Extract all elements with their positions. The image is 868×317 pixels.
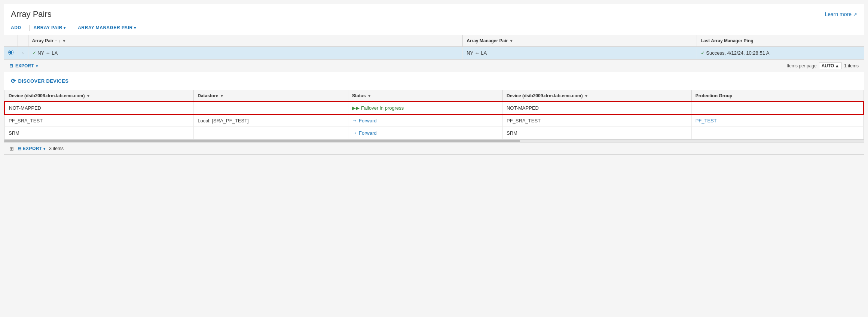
items-per-page-label: Items per page	[787, 63, 817, 68]
forward-icon-2: →	[352, 118, 357, 124]
status-cell-1: ▶▶ Failover in progress	[348, 102, 503, 114]
table-row: PF_SRA_TEST Local: [SRA_PF_TEST] → Forwa…	[5, 114, 863, 127]
datastore-cell-2: Local: [SRA_PF_TEST]	[194, 114, 348, 127]
row-status-icon: ✓	[32, 50, 38, 56]
device-src-cell-1: NOT-MAPPED	[5, 102, 194, 114]
items-per-page-value: AUTO	[822, 63, 834, 68]
protection-group-link-2[interactable]: PF_TEST	[696, 118, 717, 124]
scrollbar-thumb	[4, 140, 520, 142]
array-manager-pair-button[interactable]: ARRAY MANAGER PAIR ▾	[78, 24, 140, 32]
col-select	[4, 35, 18, 47]
add-button[interactable]: ADD	[11, 24, 25, 32]
datastore-cell-1	[194, 102, 348, 114]
main-container: Array Pairs Learn more ↗ ADD ARRAY PAIR …	[4, 4, 864, 155]
devices-items-count: 3 items	[49, 146, 64, 151]
array-pairs-table: Array Pair ↑ ↓ ▼ Array Manager Pair ▼	[4, 35, 864, 60]
forward-icon-3: →	[352, 130, 357, 136]
failover-icon: ▶▶	[352, 105, 360, 111]
learn-more-link[interactable]: Learn more ↗	[825, 11, 857, 17]
row-array-pair-cell: ✓ NY ↔ LA	[28, 47, 463, 60]
export-icon: ⊟	[9, 63, 13, 68]
array-manager-pair-filter-icon[interactable]: ▼	[509, 39, 513, 43]
array-pair-chevron-icon: ▾	[64, 26, 65, 30]
devices-footer: ⊞ ⊟ EXPORT ▾ 3 items	[4, 143, 864, 154]
array-pair-sort-asc-icon[interactable]: ↑	[55, 39, 57, 43]
devices-thead: Device (dsib2006.drm.lab.emc.com) ▼ Data…	[5, 90, 863, 102]
discover-devices-button[interactable]: ⟳ DISCOVER DEVICES	[11, 77, 857, 85]
table-row: SRM → Forward SRM	[5, 127, 863, 139]
col-device-dst: Device (dsib2009.drm.lab.emc.com) ▼	[502, 90, 691, 102]
array-pairs-footer: ⊟ EXPORT ▾ Items per page AUTO ▲ 1 items	[4, 60, 864, 72]
status-value-1: Failover in progress	[361, 105, 404, 111]
toolbar-divider-2	[74, 25, 74, 31]
row-array-pair-value: NY ↔ LA	[37, 50, 58, 56]
devices-export-button[interactable]: ⊟ EXPORT ▾	[18, 146, 45, 151]
toolbar-divider-1	[29, 25, 30, 31]
status-filter-icon[interactable]: ▼	[367, 94, 372, 98]
discover-devices-label: DISCOVER DEVICES	[18, 78, 68, 84]
array-pair-button[interactable]: ARRAY PAIR ▾	[33, 24, 70, 32]
col-device-src: Device (dsib2006.drm.lab.emc.com) ▼	[5, 90, 194, 102]
device-dst-value-1: NOT-MAPPED	[507, 105, 539, 111]
external-link-icon: ↗	[853, 12, 857, 17]
export-chevron-icon: ▾	[36, 64, 38, 68]
array-pair-label: ARRAY PAIR	[33, 25, 62, 30]
devices-tbody: NOT-MAPPED ▶▶ Failover in progress NOT-M…	[5, 102, 863, 139]
status-cell-3: → Forward	[348, 127, 503, 139]
row-radio-input[interactable]	[8, 50, 13, 55]
col-datastore: Datastore ▼	[194, 90, 348, 102]
col-array-manager-pair: Array Manager Pair ▼	[463, 35, 697, 47]
protection-group-cell-1	[691, 102, 863, 114]
device-dst-filter-icon[interactable]: ▼	[584, 94, 588, 98]
col-device-src-label: Device (dsib2006.drm.lab.emc.com)	[9, 93, 85, 98]
col-array-pair: Array Pair ↑ ↓ ▼	[28, 35, 463, 47]
export-label: EXPORT	[15, 63, 34, 68]
export-button[interactable]: ⊟ EXPORT ▾	[9, 63, 38, 68]
discover-devices-section: ⟳ DISCOVER DEVICES	[4, 72, 864, 90]
device-src-filter-icon[interactable]: ▼	[86, 94, 90, 98]
array-pairs-tbody: › ✓ NY ↔ LA NY ↔ LA ✓ Success, 4/12/24, …	[4, 47, 864, 60]
datastore-value-2: Local: [SRA_PF_TEST]	[198, 118, 249, 124]
col-protection-group: Protection Group	[691, 90, 863, 102]
protection-group-cell-2: PF_TEST	[691, 114, 863, 127]
items-per-page-chevron-icon: ▲	[835, 63, 839, 68]
datastore-cell-3	[194, 127, 348, 139]
device-src-cell-3: SRM	[5, 127, 194, 139]
array-pair-filter-icon[interactable]: ▼	[62, 39, 66, 43]
row-array-manager-pair-value: NY ↔ LA	[467, 50, 487, 56]
items-per-page-selector[interactable]: AUTO ▲	[819, 63, 842, 69]
row-last-ping-value: Success, 4/12/24, 10:28:51 A	[706, 50, 769, 56]
device-src-cell-2: PF_SRA_TEST	[5, 114, 194, 127]
pagination-area: Items per page AUTO ▲ 1 items	[787, 63, 859, 69]
array-manager-pair-label: ARRAY MANAGER PAIR	[78, 25, 132, 30]
row-expand-cell: ›	[18, 47, 28, 60]
horizontal-scrollbar[interactable]	[4, 140, 864, 143]
row-radio-cell	[4, 47, 18, 60]
col-device-dst-label: Device (dsib2009.drm.lab.emc.com)	[507, 93, 583, 98]
datastore-filter-icon[interactable]: ▼	[220, 94, 224, 98]
col-array-pair-label: Array Pair	[32, 38, 54, 43]
row-array-manager-pair-cell: NY ↔ LA	[463, 47, 697, 60]
table-row: › ✓ NY ↔ LA NY ↔ LA ✓ Success, 4/12/24, …	[4, 47, 864, 60]
array-pairs-table-wrapper: Array Pair ↑ ↓ ▼ Array Manager Pair ▼	[4, 35, 864, 60]
columns-icon[interactable]: ⊞	[9, 146, 14, 152]
col-datastore-label: Datastore	[198, 93, 218, 98]
array-manager-chevron-icon: ▾	[134, 26, 136, 30]
col-last-ping: Last Array Manager Ping	[697, 35, 864, 47]
device-dst-cell-1: NOT-MAPPED	[502, 102, 691, 114]
devices-export-icon: ⊟	[18, 146, 21, 151]
device-dst-cell-3: SRM	[502, 127, 691, 139]
device-src-value-3: SRM	[9, 130, 19, 136]
status-value-3: Forward	[359, 130, 377, 136]
learn-more-label: Learn more	[825, 11, 852, 17]
toolbar: ADD ARRAY PAIR ▾ ARRAY MANAGER PAIR ▾	[4, 22, 864, 35]
devices-export-chevron-icon: ▾	[43, 147, 45, 151]
col-expand	[18, 35, 28, 47]
row-expand-icon[interactable]: ›	[22, 51, 24, 55]
device-dst-value-2: PF_SRA_TEST	[507, 118, 541, 124]
devices-export-label: EXPORT	[22, 146, 42, 151]
page-header: Array Pairs Learn more ↗	[4, 4, 864, 22]
devices-table-wrapper: Device (dsib2006.drm.lab.emc.com) ▼ Data…	[4, 90, 864, 140]
array-pair-sort-desc-icon[interactable]: ↓	[58, 39, 61, 43]
device-dst-value-3: SRM	[507, 130, 517, 136]
